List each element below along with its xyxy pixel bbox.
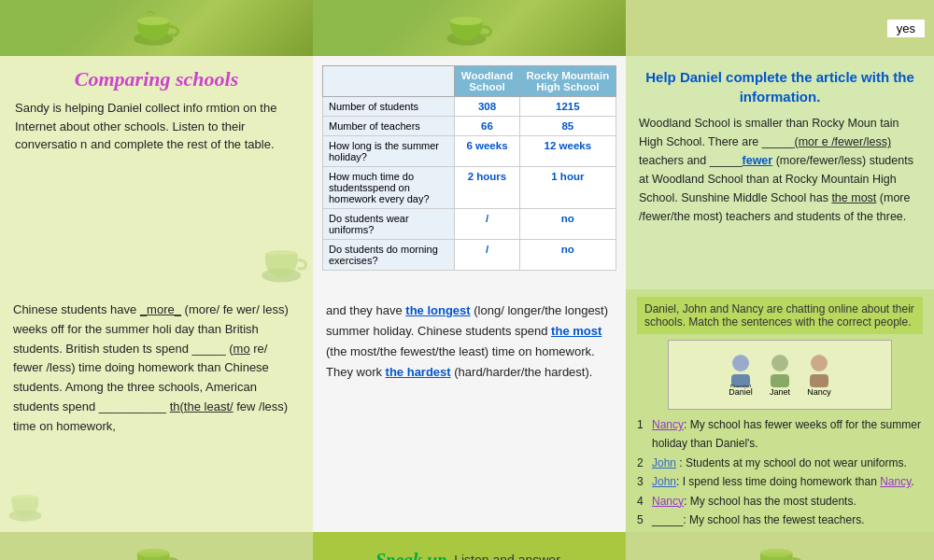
help-title: Help Daniel complete the article with th… [639, 67, 921, 106]
row-val1: 308 [455, 97, 519, 117]
svg-point-1 [137, 17, 170, 25]
row-val2: 1215 [519, 97, 616, 117]
help-text: Woodland School is smaller than Rocky Mo… [639, 114, 921, 226]
bottom-left-strip [0, 532, 313, 560]
table-row: How long is the summer holiday? 6 weeks … [323, 136, 616, 167]
row-val2: 1 hour [519, 167, 616, 209]
chinese-students-section: Chinese students have _more_ (more/ fe w… [0, 289, 313, 532]
activity-section: and they have the longest (long/ longer/… [313, 289, 626, 532]
row-label: Do students wear uniforms? [323, 209, 455, 240]
avatar-nancy: Nancy [804, 354, 834, 397]
svg-point-8 [732, 355, 749, 371]
row-label: Number of students [323, 97, 455, 117]
col-rocky: Rocky MountainHigh School [519, 66, 616, 97]
chat-item-5: 5 _____: My school has the fewest teache… [637, 511, 923, 529]
comparison-table: WoodlandSchool Rocky MountainHigh School… [322, 65, 616, 271]
bottom-cup-icon [129, 537, 185, 560]
comparing-title: Comparing schools [15, 67, 298, 91]
svg-rect-12 [771, 374, 789, 387]
row-label: Mumber of teachers [323, 117, 455, 136]
daniel-avatar-icon: Daniel [726, 354, 756, 387]
teacup-icon-2 [442, 5, 498, 51]
top-center-decoration [313, 0, 626, 56]
chat-section: Daniel, John and Nancy are chatting onli… [626, 289, 934, 532]
svg-point-18 [760, 549, 793, 557]
table-row: Number of students 308 1215 [323, 97, 616, 117]
listen-answer-text: Listen and answer. [454, 553, 563, 560]
top-left-decoration [0, 0, 313, 56]
cup-decoration-icon [257, 233, 313, 289]
table-row: Do students do morning exercises? / no [323, 240, 616, 271]
table-row: Do students wear uniforms? / no [323, 209, 616, 240]
chat-item-2: 2 John : Students at my school do not we… [637, 454, 923, 472]
janet-avatar-icon [765, 354, 795, 387]
row-val2: no [519, 209, 616, 240]
chat-name-4: Nancy: My school has the most students. [652, 492, 856, 511]
row-val1: 2 hours [455, 167, 519, 209]
chinese-text: Chinese students have _more_ (more/ fe w… [13, 301, 300, 437]
chat-num-3: 3 [637, 472, 650, 491]
row-label: How much time do studentsspend on homewo… [323, 167, 455, 209]
table-row: Mumber of teachers 66 85 [323, 117, 616, 136]
chat-name-2: John : Students at my school do not wear… [652, 454, 907, 472]
row-val1: 66 [455, 117, 519, 136]
chat-item-1: 1 Nancy: My school has fewer weeks off f… [637, 415, 923, 454]
comparing-schools-section: Comparing schools Sandy is helping Danie… [0, 56, 313, 289]
row-val1: / [455, 240, 519, 271]
avatar-nancy-label: Nancy [807, 387, 831, 397]
chat-items: 1 Nancy: My school has fewer weeks off f… [637, 415, 923, 529]
svg-point-7 [12, 495, 39, 502]
chat-name-5: _____: My school has the fewest teachers… [652, 511, 864, 529]
row-label: How long is the summer holiday? [323, 136, 455, 167]
chat-name-1: Nancy: My school has fewer weeks off for… [652, 415, 923, 454]
svg-point-11 [771, 355, 788, 371]
svg-point-13 [811, 355, 828, 371]
svg-point-3 [450, 17, 483, 25]
chat-item-3: 3 John: I spend less time doing homework… [637, 472, 923, 491]
svg-point-16 [137, 549, 170, 557]
col-woodland: WoodlandSchool [455, 66, 519, 97]
chat-header: Daniel, John and Nancy are chatting onli… [637, 297, 923, 334]
activity-text: and they have the longest (long/ longer/… [326, 301, 613, 383]
yes-answer: yes [887, 20, 925, 37]
table-row: How much time do studentsspend on homewo… [323, 167, 616, 209]
chat-num-4: 4 [637, 492, 650, 511]
speak-up-strip: Speak up Listen and answer. [313, 532, 626, 560]
avatar-daniel-label: Daniel [729, 387, 753, 397]
row-val2: 12 weeks [519, 136, 616, 167]
svg-rect-14 [810, 374, 828, 387]
bottom-right-cup-icon [752, 537, 808, 560]
avatar-box: Daniel Daniel Janet [668, 340, 892, 410]
comparing-text: Sandy is helping Daniel collect info rmt… [15, 99, 298, 154]
row-val2: 85 [519, 117, 616, 136]
chat-num-5: 5 [637, 511, 650, 529]
svg-point-5 [265, 250, 298, 259]
row-label: Do students do morning exercises? [323, 240, 455, 271]
cup-decoration-bl-icon [5, 481, 51, 527]
chat-num-2: 2 [637, 454, 650, 472]
row-val1: 6 weeks [455, 136, 519, 167]
avatar-janet: Janet [765, 354, 795, 397]
chat-num-1: 1 [637, 415, 650, 454]
teacup-icon [129, 5, 185, 51]
row-val2: no [519, 240, 616, 271]
speak-up-label: Speak up [375, 550, 446, 561]
chat-item-4: 4 Nancy: My school has the most students… [637, 492, 923, 511]
comparison-table-section: WoodlandSchool Rocky MountainHigh School… [313, 56, 626, 289]
help-daniel-section: Help Daniel complete the article with th… [626, 56, 934, 289]
row-val1: / [455, 209, 519, 240]
bottom-right-strip [626, 532, 934, 560]
nancy-avatar-icon [804, 354, 834, 387]
avatar-daniel: Daniel Daniel [726, 354, 756, 397]
top-right-cell: yes [626, 0, 934, 56]
chat-name-3: John: I spend less time doing homework t… [652, 472, 914, 491]
avatar-janet-label: Janet [770, 387, 790, 397]
chat-avatars: Daniel Daniel Janet [637, 340, 923, 410]
